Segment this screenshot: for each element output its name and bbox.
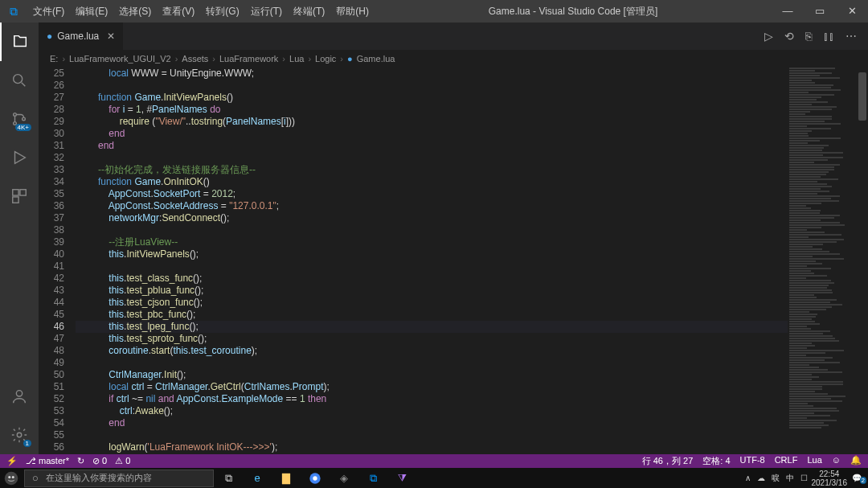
explorer-icon[interactable] — [0, 23, 39, 61]
code-line[interactable]: this.test_cjson_func(); — [76, 297, 788, 309]
source-control-icon[interactable]: 4K+ — [0, 100, 39, 138]
code-line[interactable]: if ctrl ~= nil and AppConst.ExampleMode … — [76, 393, 788, 405]
menu-item[interactable]: 选择(S) — [113, 5, 157, 18]
menu-item[interactable]: 编辑(E) — [70, 5, 113, 18]
feedback-icon[interactable]: ☺ — [832, 455, 841, 467]
clock[interactable]: 22:542021/3/16 — [812, 470, 848, 487]
code-line[interactable]: local ctrl = CtrlManager.GetCtrl(CtrlNam… — [76, 381, 788, 393]
minimap[interactable] — [789, 68, 857, 454]
scrollbar[interactable] — [857, 68, 868, 454]
git-branch[interactable]: ⎇ master* — [26, 456, 69, 466]
warnings[interactable]: ⚠ 0 — [115, 456, 130, 466]
scroll-thumb[interactable] — [858, 72, 866, 121]
code-line[interactable]: require ("View/"..tostring(PanelNames[i]… — [76, 116, 788, 128]
eol[interactable]: CRLF — [775, 455, 798, 467]
code-line[interactable] — [76, 80, 788, 92]
breadcrumb-part[interactable]: Logic — [315, 54, 336, 64]
editor-action-icon[interactable]: ⎘ — [805, 30, 812, 43]
tray-icon[interactable]: 唳 — [769, 473, 782, 484]
code-line[interactable]: AppConst.SocketPort = 2012; — [76, 188, 788, 200]
code-line[interactable]: CtrlManager.Init(); — [76, 369, 788, 381]
sync-icon[interactable]: ↻ — [77, 456, 84, 466]
language[interactable]: Lua — [807, 455, 821, 467]
encoding[interactable]: UTF-8 — [740, 455, 765, 467]
tab-label: Game.lua — [57, 31, 99, 42]
breadcrumb-part[interactable]: Assets — [182, 54, 208, 64]
code-line[interactable]: this.test_pbc_func(); — [76, 309, 788, 321]
menu-item[interactable]: 运行(T) — [245, 5, 288, 18]
code-line[interactable]: this.test_sproto_func(); — [76, 333, 788, 345]
tray-icon[interactable]: ☁ — [755, 474, 768, 482]
menu-item[interactable]: 帮助(H) — [330, 5, 375, 18]
explorer-folder-icon[interactable]: ▇ — [272, 468, 301, 488]
tray-icon[interactable]: 中 — [784, 473, 796, 484]
breadcrumb-part[interactable]: E: — [50, 54, 58, 64]
search-icon[interactable] — [0, 61, 39, 100]
code-line[interactable] — [76, 260, 788, 273]
close-button[interactable]: ✕ — [836, 0, 868, 23]
code-line[interactable]: networkMgr:SendConnect(); — [76, 212, 788, 224]
vscode-taskbar-icon[interactable]: ⧉ — [358, 468, 387, 488]
vs-icon[interactable]: ⧩ — [387, 468, 416, 488]
breadcrumb-part[interactable]: Lua — [289, 54, 304, 64]
settings-icon[interactable]: 1 — [0, 416, 39, 454]
notifications-icon[interactable]: 💬2 — [849, 474, 865, 482]
menu-item[interactable]: 查看(V) — [157, 5, 200, 18]
indent[interactable]: 空格: 4 — [702, 455, 730, 467]
bell-icon[interactable]: 🔔 — [850, 455, 862, 467]
errors[interactable]: ⊘ 0 — [92, 456, 107, 466]
code-line[interactable]: this.InitViewPanels(); — [76, 248, 788, 260]
editor-action-icon[interactable]: ⋯ — [845, 30, 857, 43]
code-line[interactable] — [76, 429, 788, 441]
code-line[interactable]: this.test_pblua_func(); — [76, 285, 788, 297]
code-line[interactable]: end — [76, 417, 788, 429]
editor[interactable]: 2526272829303132333435363738394041424344… — [39, 68, 868, 454]
code-line[interactable] — [76, 224, 788, 236]
task-view-icon[interactable]: ⧉ — [214, 468, 243, 488]
code-line[interactable]: coroutine.start(this.test_coroutine); — [76, 345, 788, 357]
code-line[interactable] — [76, 152, 788, 164]
code-line[interactable]: function Game.OnInitOK() — [76, 176, 788, 188]
breadcrumb-part[interactable]: LuaFramework — [219, 54, 278, 64]
cursor-position[interactable]: 行 46，列 27 — [642, 455, 694, 467]
tab-close-icon[interactable]: ✕ — [107, 31, 115, 42]
account-icon[interactable] — [0, 377, 39, 416]
editor-action-icon[interactable]: ▷ — [764, 30, 773, 43]
edge-icon[interactable]: e — [243, 468, 272, 488]
app-icon-1[interactable]: ◈ — [330, 468, 358, 488]
chrome-icon[interactable] — [301, 468, 330, 488]
code-line[interactable]: --初始化完成，发送链接服务器信息-- — [76, 164, 788, 176]
code-area[interactable]: local WWW = UnityEngine.WWW;function Gam… — [76, 68, 788, 454]
code-line[interactable]: --注册LuaView-- — [76, 236, 788, 248]
minimize-button[interactable]: — — [772, 0, 804, 23]
line-number: 38 — [39, 224, 64, 236]
code-line[interactable]: logWarn('LuaFramework InitOK--->>>'); — [76, 441, 788, 453]
code-line[interactable]: AppConst.SocketAddress = "127.0.0.1"; — [76, 200, 788, 212]
editor-action-icon[interactable]: ⟲ — [784, 30, 794, 43]
code-line[interactable]: this.test_lpeg_func(); — [76, 321, 788, 333]
remote-icon[interactable]: ⚡ — [6, 456, 18, 466]
code-line[interactable] — [76, 357, 788, 369]
run-debug-icon[interactable] — [0, 138, 39, 177]
code-line[interactable]: for i = 1, #PanelNames do — [76, 104, 788, 116]
breadcrumb[interactable]: E:›LuaFramework_UGUI_V2›Assets›LuaFramew… — [39, 50, 868, 68]
tab-game-lua[interactable]: ● Game.lua ✕ — [39, 23, 123, 50]
code-line[interactable]: local WWW = UnityEngine.WWW; — [76, 68, 788, 80]
code-line[interactable]: end — [76, 128, 788, 140]
breadcrumb-file[interactable]: Game.lua — [357, 54, 395, 64]
code-line[interactable]: end — [76, 140, 788, 152]
breadcrumb-part[interactable]: LuaFramework_UGUI_V2 — [69, 54, 171, 64]
code-line[interactable]: this.test_class_func(); — [76, 273, 788, 285]
taskbar-search[interactable]: ○ 在这里输入你要搜索的内容 — [24, 470, 214, 487]
code-line[interactable]: function Game.InitViewPanels() — [76, 92, 788, 104]
editor-action-icon[interactable]: ⫿⫿ — [823, 30, 834, 43]
menu-item[interactable]: 转到(G) — [200, 5, 244, 18]
extensions-icon[interactable] — [0, 177, 39, 215]
tray-icon[interactable]: ☐ — [798, 474, 810, 482]
maximize-button[interactable]: ▭ — [804, 0, 836, 23]
menu-item[interactable]: 终端(T) — [288, 5, 330, 18]
menu-item[interactable]: 文件(F) — [27, 5, 70, 18]
start-icon[interactable] — [0, 468, 23, 488]
tray-icon[interactable]: ∧ — [743, 474, 753, 482]
code-line[interactable]: ctrl:Awake(); — [76, 405, 788, 417]
